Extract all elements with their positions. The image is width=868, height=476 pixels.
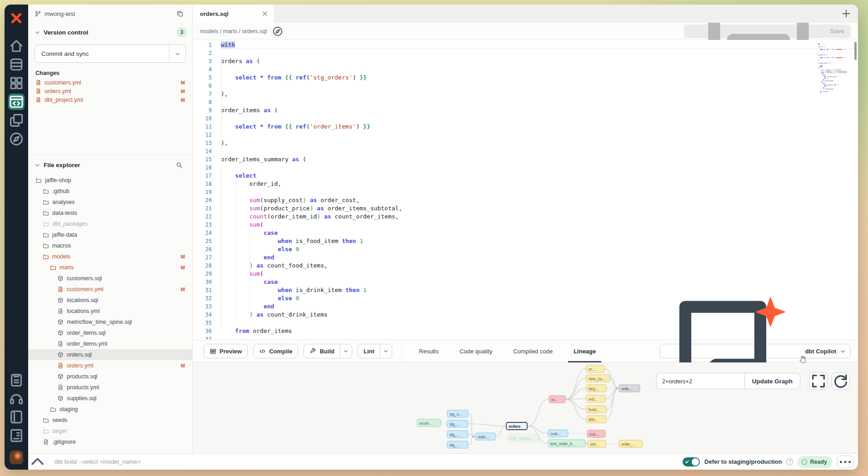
tree-item-marts[interactable]: martsM <box>28 262 192 273</box>
tree-item-supplies.sql[interactable]: supplies.sql <box>28 393 192 404</box>
code-line-25[interactable]: 25 when is_food_item then 1 <box>193 237 858 245</box>
project-header[interactable]: mwong-test <box>28 5 192 23</box>
code-line-18[interactable]: 18 order_id, <box>193 180 858 188</box>
code-line-21[interactable]: 21 sum(product_price) as order_items_sub… <box>193 204 858 213</box>
lineage-node-ord[interactable]: ord... <box>586 395 605 402</box>
code-line-3[interactable]: 3orders as ( <box>193 57 858 65</box>
build-button[interactable]: Build <box>304 344 352 358</box>
tab-close-icon[interactable] <box>261 10 269 17</box>
lineage-node-food[interactable]: food... <box>586 406 606 413</box>
tree-item-orders.yml[interactable]: orders.ymlM <box>28 360 192 371</box>
lineage-node-ecom[interactable]: ecom.... <box>417 419 441 426</box>
code-line-10[interactable]: 10 <box>193 114 858 123</box>
code-line-23[interactable]: 23 sum( <box>193 221 858 229</box>
lineage-node-orde[interactable]: orde.... <box>475 433 495 440</box>
lineage-node-orders[interactable]: orders <box>506 422 527 430</box>
code-line-9[interactable]: 9order_items as ( <box>193 106 858 114</box>
tree-item-macros[interactable]: macros <box>28 240 192 251</box>
code-line-1[interactable]: 1with <box>193 41 858 49</box>
code-line-11[interactable]: 11 select * from {{ ref('order_items') }… <box>193 123 858 131</box>
code-line-6[interactable]: 6 <box>193 82 858 90</box>
lineage-node-test_supply[interactable]: test_supply... <box>508 434 539 441</box>
tree-item-staging[interactable]: staging <box>28 404 192 415</box>
tree-item-locations.yml[interactable]: locations.yml <box>28 306 192 317</box>
editor-scrollbar[interactable] <box>854 42 857 60</box>
lineage-node-ord[interactable]: ord... <box>588 440 606 447</box>
build-options-chevron[interactable] <box>340 344 352 358</box>
tree-item-data-tests[interactable]: data-tests <box>28 208 192 218</box>
tree-item-seeds[interactable]: seeds <box>28 415 192 426</box>
rail-item-terminal[interactable] <box>8 427 25 444</box>
lineage-node-or[interactable]: or... <box>586 365 604 372</box>
tab-code-quality[interactable]: Code quality <box>459 340 493 362</box>
code-line-8[interactable]: 8 <box>193 98 858 106</box>
copy-icon[interactable] <box>176 10 184 17</box>
tree-item-orders.sql[interactable]: orders.sql <box>28 349 192 360</box>
code-line-22[interactable]: 22 count(order_item_id) as count_order_i… <box>193 213 858 221</box>
expand-command-bar-button[interactable] <box>28 454 47 470</box>
tab-compiled-code[interactable]: Compiled code <box>512 340 554 362</box>
tree-item-models[interactable]: modelsM <box>28 251 192 262</box>
status-ready-badge[interactable]: Ready <box>798 456 833 468</box>
code-line-12[interactable]: 12 <box>193 131 858 139</box>
tree-item-products.sql[interactable]: products.sql <box>28 371 192 382</box>
code-line-27[interactable]: 27 end <box>193 253 858 262</box>
dbt-copilot-button[interactable]: dbt Copilot <box>660 344 851 358</box>
save-button[interactable]: Save <box>684 25 851 38</box>
lineage-node-stg_[interactable]: stg_... <box>447 441 468 448</box>
tree-item-order_items.yml[interactable]: order_items.yml <box>28 338 192 349</box>
file-explorer-header[interactable]: File explorer <box>28 158 192 172</box>
lineage-node-or[interactable]: or... <box>549 396 565 403</box>
tree-item-products.yml[interactable]: products.yml <box>28 382 192 393</box>
refresh-graph-button[interactable] <box>832 372 850 390</box>
tree-item-jaffle-shop[interactable]: jaffle-shop <box>28 175 192 186</box>
lineage-node-larg[interactable]: larg... <box>586 385 606 392</box>
code-line-20[interactable]: 20 sum(supply_cost) as order_cost, <box>193 196 858 204</box>
lineage-node-new_cu[interactable]: new_cu... <box>586 375 610 382</box>
tree-item-customers.yml[interactable]: customers.ymlM <box>28 284 192 295</box>
lint-button[interactable]: Lint <box>358 344 392 358</box>
lineage-node-drin[interactable]: drin... <box>586 416 606 423</box>
tree-item-target[interactable]: target <box>28 426 192 436</box>
code-line-5[interactable]: 5 select * from {{ ref('stg_orders') }} <box>193 74 858 82</box>
lineage-node-stg_o[interactable]: stg_o... <box>447 410 468 417</box>
rail-item-docs[interactable] <box>8 409 25 425</box>
tree-item-locations.sql[interactable]: locations.sql <box>28 295 192 306</box>
lineage-selector-input[interactable] <box>656 373 744 389</box>
tree-item-analyses[interactable]: analyses <box>28 197 192 208</box>
changed-file-customers.yml[interactable]: customers.ymlM <box>28 78 192 87</box>
command-placeholder[interactable]: dbt build --select <model_name> <box>47 458 140 465</box>
update-graph-button[interactable]: Update Graph <box>744 373 800 389</box>
tab-lineage[interactable]: Lineage <box>573 340 597 362</box>
tree-item-metricflow_time_spine.sql[interactable]: metricflow_time_spine.sql <box>28 317 192 327</box>
rail-item-windows[interactable] <box>8 112 25 129</box>
rail-item-headset[interactable] <box>8 390 25 407</box>
rail-item-ide[interactable] <box>8 94 25 110</box>
version-control-header[interactable]: Version control 3 <box>28 25 192 39</box>
code-line-19[interactable]: 19 <box>193 188 858 196</box>
open-lineage-button[interactable] <box>271 25 284 38</box>
code-line-15[interactable]: 15order_items_summary as ( <box>193 155 858 164</box>
tree-item-dbt_packages[interactable]: dbt_packages <box>28 218 192 229</box>
code-line-2[interactable]: 2 <box>193 49 858 57</box>
new-tab-button[interactable] <box>841 8 852 19</box>
fullscreen-button[interactable] <box>809 372 828 390</box>
code-line-4[interactable]: 4 <box>193 65 858 74</box>
commit-options-chevron[interactable] <box>169 45 185 62</box>
tree-item-.gitignore[interactable]: .gitignore <box>28 436 192 447</box>
rail-item-home[interactable] <box>8 38 25 54</box>
lineage-node-cust[interactable]: cust... <box>548 430 568 437</box>
code-line-7[interactable]: 7), <box>193 90 858 98</box>
preview-button[interactable]: Preview <box>204 344 248 358</box>
tree-item-order_items.sql[interactable]: order_items.sql <box>28 327 192 338</box>
lineage-node-stg_[interactable]: stg_... <box>447 420 468 427</box>
minimap[interactable] <box>818 44 851 94</box>
lineage-node-test_order_it[interactable]: test_order_it... <box>548 440 585 447</box>
lint-options-chevron[interactable] <box>380 344 392 358</box>
rail-item-stack[interactable] <box>8 56 25 73</box>
lineage-node-orde[interactable]: orde... <box>619 385 640 392</box>
code-line-13[interactable]: 13), <box>193 139 858 147</box>
defer-toggle[interactable] <box>683 457 700 466</box>
compile-button[interactable]: Compile <box>253 344 298 358</box>
commit-and-sync-button[interactable]: Commit and sync <box>35 45 186 63</box>
